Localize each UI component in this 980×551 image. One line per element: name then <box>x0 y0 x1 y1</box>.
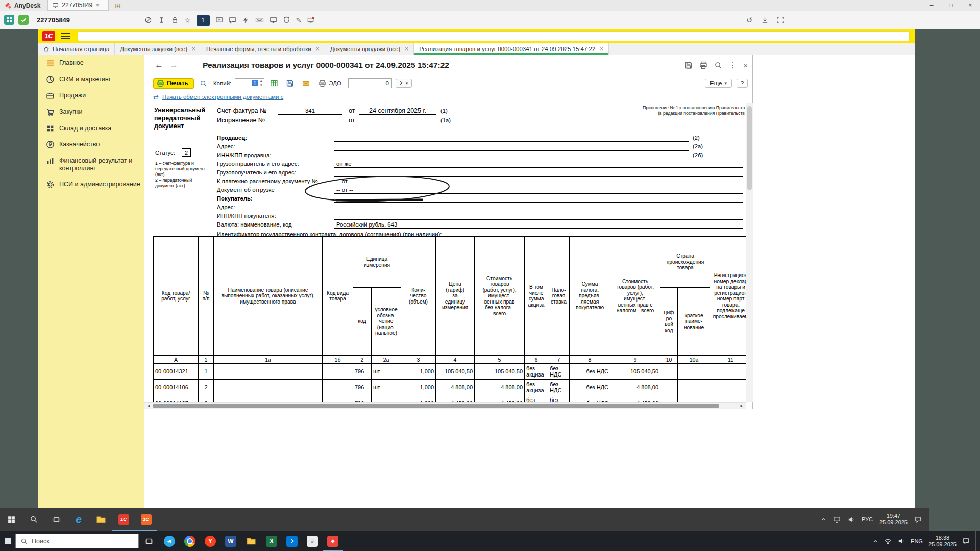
tab-close-icon[interactable]: × <box>192 45 195 53</box>
nav-back-button[interactable]: ← <box>155 60 163 70</box>
new-monitor-tab-icon[interactable] <box>215 16 223 24</box>
print-preview-area[interactable]: Универсальный передаточный документ Стат… <box>144 103 746 402</box>
tray-network-icon[interactable] <box>884 537 892 545</box>
favorites-star-icon[interactable]: ☆ <box>184 16 191 24</box>
whiteboard-pencil-icon[interactable]: ✎ <box>296 16 302 24</box>
tab-close-icon[interactable]: × <box>405 45 408 53</box>
vertical-scrollbar[interactable] <box>746 103 753 402</box>
save-icon[interactable] <box>684 61 693 69</box>
maximize-button[interactable]: □ <box>941 0 961 11</box>
fullscreen-icon[interactable] <box>777 16 785 24</box>
yandex-browser-icon[interactable]: Y <box>200 531 220 551</box>
remote-search-icon[interactable] <box>22 508 45 531</box>
anydesk-app-icon[interactable] <box>323 531 343 551</box>
tab-purchase-docs[interactable]: Документы закупки (все) × <box>115 43 201 55</box>
tab-close-icon[interactable]: × <box>600 45 603 53</box>
onec-app-icon-2[interactable]: 1С <box>135 508 157 531</box>
privacy-shield-icon[interactable] <box>283 16 290 24</box>
tray-chevron-up-icon[interactable] <box>872 538 878 544</box>
tab-print-forms[interactable]: Печатные формы, отчеты и обработки × <box>201 43 325 55</box>
file-transfer-icon[interactable] <box>761 16 769 24</box>
scroll-right-arrow[interactable]: ► <box>738 403 746 409</box>
sidebar-item-treasury[interactable]: Казначейство <box>38 137 144 153</box>
local-start-button[interactable] <box>0 531 15 551</box>
block-input-icon[interactable] <box>144 16 152 24</box>
tray-clock[interactable]: 19:47 25.09.2025 <box>879 513 908 526</box>
copies-spinner[interactable]: ▲▼ <box>258 79 264 88</box>
telegram-icon[interactable] <box>159 531 180 551</box>
connection-ok-icon[interactable] <box>18 15 29 25</box>
excel-icon[interactable]: X <box>261 531 282 551</box>
tab-close-icon[interactable]: × <box>316 45 320 53</box>
sidebar-item-finance[interactable]: Финансовый результат и контроллинг <box>38 153 144 177</box>
taskbar-search-box[interactable]: Поиск <box>15 534 139 548</box>
edge-icon[interactable]: e <box>67 508 90 531</box>
vscode-icon[interactable] <box>282 531 302 551</box>
sidebar-item-main[interactable]: Главное <box>38 55 144 71</box>
print-icon[interactable] <box>699 61 707 69</box>
lock-icon[interactable] <box>171 16 179 24</box>
tray-volume-icon[interactable] <box>897 537 905 545</box>
tab-sales-docs[interactable]: Документы продажи (все) × <box>325 43 414 55</box>
more-button[interactable]: Еще ▾ <box>705 79 732 88</box>
preview-search-icon[interactable] <box>714 61 722 69</box>
tray-clock[interactable]: 18:38 25.09.2025 <box>928 535 957 548</box>
new-session-button[interactable]: ⊞ <box>113 2 123 10</box>
tray-language[interactable]: РУС <box>862 516 873 522</box>
main-menu-burger-icon[interactable] <box>61 33 70 39</box>
close-button[interactable]: × <box>961 0 980 11</box>
sigma-button[interactable]: Σ ▾ <box>396 79 412 88</box>
display-settings-icon[interactable] <box>270 16 277 24</box>
vertical-scroll-thumb[interactable] <box>747 106 752 190</box>
tray-language[interactable]: ENG <box>911 538 923 544</box>
sum-field[interactable]: 0 <box>348 78 392 88</box>
more-kebab-icon[interactable]: ⋮ <box>729 61 737 70</box>
horizontal-scroll-thumb[interactable] <box>153 404 719 408</box>
app-grid-icon[interactable] <box>4 15 14 25</box>
record-session-icon[interactable] <box>307 16 315 24</box>
scroll-left-arrow[interactable]: ◄ <box>144 403 153 409</box>
sidebar-item-warehouse[interactable]: Склад и доставка <box>38 120 144 137</box>
help-button[interactable]: ? <box>737 79 748 88</box>
remote-taskview-icon[interactable] <box>45 508 67 531</box>
sidebar-item-admin[interactable]: НСИ и администрирование <box>38 177 144 193</box>
copies-input[interactable]: 1 ▲▼ <box>235 78 264 88</box>
monitor-select-button[interactable]: 1 <box>197 15 210 26</box>
session-tab[interactable]: 227705849 × <box>47 0 109 11</box>
tray-notification-icon[interactable] <box>914 516 922 523</box>
horizontal-scrollbar[interactable]: ◄ ► <box>144 402 746 409</box>
sidebar-item-purchases[interactable]: Закупки <box>38 104 144 120</box>
history-icon[interactable]: ↺ <box>746 16 753 25</box>
nav-forward-button[interactable]: → <box>169 60 178 70</box>
remote-start-button[interactable] <box>0 508 22 531</box>
save-document-button[interactable] <box>284 78 296 89</box>
edo-button[interactable]: ЭДО <box>315 79 345 88</box>
tray-notification-icon[interactable] <box>962 537 970 545</box>
print-preview-button[interactable] <box>198 78 210 89</box>
notepad-icon[interactable] <box>302 531 323 551</box>
local-explorer-icon[interactable] <box>241 531 261 551</box>
send-email-button[interactable] <box>300 78 312 89</box>
panel-close-icon[interactable]: × <box>743 61 748 70</box>
local-taskview-icon[interactable] <box>139 531 159 551</box>
onec-app-icon-1[interactable]: 1С <box>112 508 135 531</box>
tray-chevron-up-icon[interactable] <box>820 516 826 522</box>
session-timer-icon[interactable] <box>158 16 165 24</box>
tab-sales-document[interactable]: Реализация товаров и услуг 0000-000341 о… <box>414 43 609 55</box>
close-icon[interactable]: × <box>95 2 99 9</box>
show-desktop-button[interactable] <box>975 531 978 551</box>
chat-icon[interactable] <box>229 16 236 24</box>
actions-lightning-icon[interactable] <box>242 16 250 24</box>
sidebar-item-crm[interactable]: CRM и маркетинг <box>38 71 144 88</box>
table-edit-button[interactable] <box>268 78 280 89</box>
tray-display-icon[interactable] <box>833 516 841 523</box>
sidebar-item-sales[interactable]: Продажи <box>38 88 144 104</box>
chrome-icon[interactable] <box>180 531 200 551</box>
tab-home[interactable]: Начальная страница <box>38 43 115 55</box>
edo-exchange-link[interactable]: Начать обмен электронными документами с <box>162 94 283 100</box>
print-button[interactable]: Печать <box>153 78 194 89</box>
keyboard-icon[interactable] <box>255 16 264 24</box>
minimize-button[interactable]: – <box>922 0 941 11</box>
tray-volume-icon[interactable] <box>847 516 855 523</box>
explorer-folder-icon[interactable] <box>90 508 112 531</box>
